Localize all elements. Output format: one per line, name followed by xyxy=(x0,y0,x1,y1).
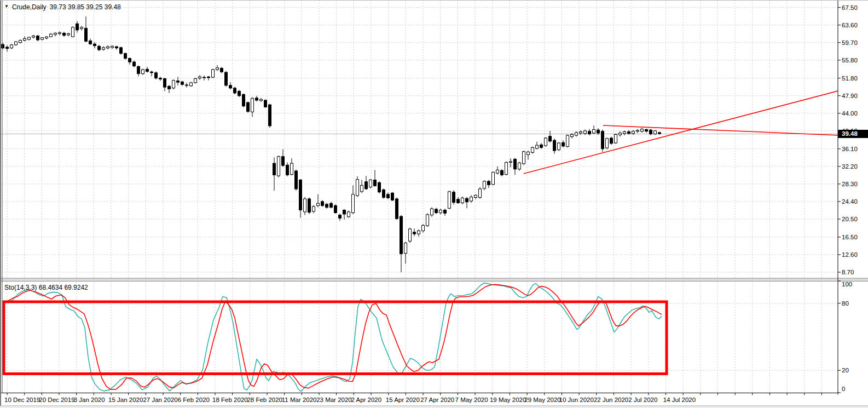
candle xyxy=(448,191,451,209)
date-axis-label: 6 Feb 2020 xyxy=(178,396,210,403)
candle-body xyxy=(317,203,320,205)
candle xyxy=(155,71,158,79)
candle-body xyxy=(32,36,35,37)
candle-body xyxy=(488,181,490,185)
candle-body xyxy=(260,99,263,100)
candle-body xyxy=(242,94,245,106)
symbol-dropdown-icon[interactable]: ▼ xyxy=(4,3,9,10)
candle xyxy=(479,187,482,199)
candle-body xyxy=(172,81,175,88)
candle xyxy=(461,197,464,204)
price-axis-label: 59.70 xyxy=(842,39,858,46)
candle xyxy=(492,171,495,185)
date-axis-label: 18 Feb 2020 xyxy=(212,396,248,403)
candle-body xyxy=(378,182,381,192)
price-axis-label: 51.80 xyxy=(842,75,858,82)
candle-body xyxy=(212,70,215,77)
symbol-ohlc-label: ▼ Crude,Daily 39.73 39.85 39.25 39.48 xyxy=(4,3,121,11)
candle-body xyxy=(129,59,131,62)
candle xyxy=(212,68,215,78)
candle-body xyxy=(207,77,210,78)
candle-body xyxy=(531,147,534,152)
candle xyxy=(505,162,508,175)
candle xyxy=(610,137,613,145)
candle-body xyxy=(400,216,403,254)
candle-body xyxy=(98,46,101,50)
candle-body xyxy=(308,199,311,212)
price-axis-label: 36.10 xyxy=(842,146,858,152)
price-axis-label: 20.50 xyxy=(842,216,858,222)
candle xyxy=(615,134,617,144)
candle-body xyxy=(369,180,372,187)
candle-body xyxy=(444,210,447,214)
candle xyxy=(295,170,298,191)
candle-body xyxy=(45,37,48,38)
candle-body xyxy=(413,232,416,234)
date-axis-label: 20 Dec 2019 xyxy=(39,396,74,403)
candle xyxy=(242,94,245,107)
candle xyxy=(369,179,372,188)
candle-body xyxy=(404,243,407,254)
candle-body xyxy=(72,27,74,37)
candle-body xyxy=(650,130,652,134)
candle-body xyxy=(321,202,324,205)
date-axis-label: 7 May 2020 xyxy=(455,396,488,403)
chart-window: 67.5063.6059.7055.8051.8047.9044.0040.10… xyxy=(0,0,868,408)
candle-body xyxy=(37,36,39,39)
stochastic-axis-label: 0 xyxy=(842,386,845,392)
candle-body xyxy=(601,131,604,149)
candle-body xyxy=(24,38,26,40)
candle-body xyxy=(461,198,464,203)
candle-body xyxy=(142,70,144,73)
stochastic-label-text: Sto(14,3,3) 68.4634 69.9242 xyxy=(4,284,88,291)
panel-separator[interactable] xyxy=(0,278,868,281)
candle-body xyxy=(558,143,560,150)
candle xyxy=(269,104,271,128)
candle-body xyxy=(19,41,22,43)
candle-body xyxy=(59,33,61,34)
candle-body xyxy=(615,134,617,143)
candle-body xyxy=(343,210,346,214)
date-axis-label: 14 Jul 2020 xyxy=(663,396,696,403)
candle xyxy=(601,129,604,152)
candle-body xyxy=(623,132,626,134)
candle-body xyxy=(426,215,429,226)
candle-body xyxy=(6,47,9,48)
chart-canvas: 67.5063.6059.7055.8051.8047.9044.0040.10… xyxy=(0,0,868,408)
candle-body xyxy=(518,163,521,169)
candle-body xyxy=(501,170,504,175)
candle-body xyxy=(291,163,293,175)
stochastic-axis-label: 80 xyxy=(842,300,849,307)
candle xyxy=(396,198,398,220)
candle-body xyxy=(256,98,258,100)
candle-body xyxy=(628,132,630,134)
candle-body xyxy=(155,73,158,78)
candle-body xyxy=(374,180,377,186)
candle-body xyxy=(505,162,508,174)
candle-body xyxy=(334,205,337,212)
candle-body xyxy=(168,87,171,89)
candle-body xyxy=(553,140,556,151)
candle-body xyxy=(479,189,482,198)
candle-body xyxy=(536,145,539,148)
candle xyxy=(238,90,241,97)
candle xyxy=(356,176,359,197)
candle-body xyxy=(216,68,219,70)
candle-body xyxy=(348,212,350,217)
candle-body xyxy=(137,66,140,73)
candle-body xyxy=(588,131,591,134)
candle-body xyxy=(645,129,648,131)
candle-body xyxy=(540,145,543,147)
candle-body xyxy=(15,42,18,45)
candle xyxy=(391,192,394,201)
candle-body xyxy=(94,44,96,45)
candle-body xyxy=(431,209,433,215)
candle xyxy=(606,137,609,149)
date-axis-label: 2 Jul 2020 xyxy=(628,396,657,403)
candle xyxy=(234,87,236,94)
candle-body xyxy=(636,130,639,131)
candle-body xyxy=(63,33,66,36)
candle-body xyxy=(496,170,499,173)
candle xyxy=(426,213,429,227)
date-axis-label: 28 Feb 2020 xyxy=(247,396,282,403)
